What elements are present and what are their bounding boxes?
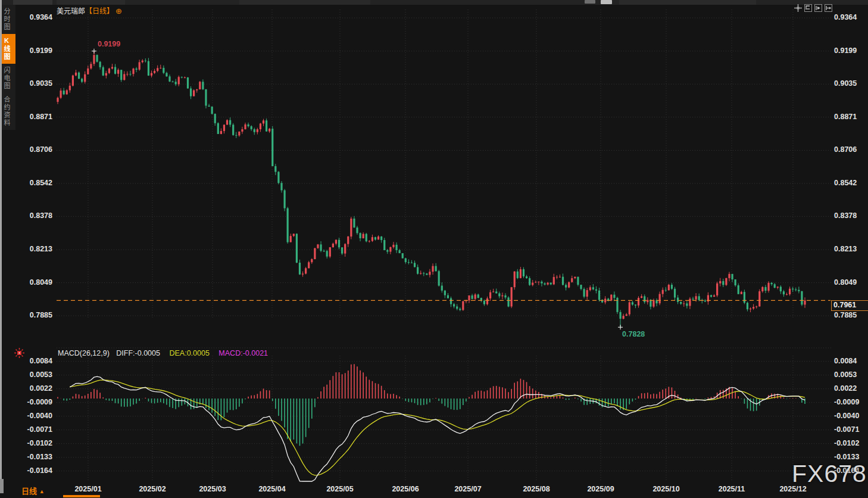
x-axis-label: 2025/09: [587, 485, 614, 493]
x-axis-label: 2025/10: [652, 485, 679, 493]
x-axis-label: 2025/03: [199, 485, 226, 493]
price-axis-label-right: 0.8213: [834, 245, 857, 253]
macd-axis-label-left: -0.0040: [19, 412, 52, 420]
price-axis-label-right: 0.8049: [834, 278, 857, 287]
x-axis-label: 2025/04: [258, 485, 285, 493]
scale-axis-icon[interactable]: [804, 4, 812, 12]
macd-dea-value: DEA:0.0005: [169, 349, 209, 357]
macd-axis-label-left: 0.0053: [19, 371, 52, 379]
macd-macd-value: MACD:-0.0021: [218, 349, 268, 357]
low-price-annotation: 0.7828: [622, 330, 645, 338]
price-axis-label-left: 0.8378: [19, 211, 52, 220]
chevron-up-icon: ▲: [39, 488, 45, 494]
macd-axis-label-left: -0.0071: [19, 425, 52, 434]
price-axis-label-right: 0.8871: [834, 113, 857, 121]
price-axis-label-left: 0.8049: [19, 278, 52, 287]
macd-axis-label-right: -0.0102: [834, 439, 859, 447]
macd-axis-label-left: 0.0022: [19, 384, 52, 393]
x-axis-label: 2025/07: [454, 485, 481, 493]
macd-axis-label-left: -0.0009: [19, 398, 52, 406]
macd-name: MACD(26,12,9): [58, 349, 110, 357]
fx678-watermark: FX678: [792, 460, 867, 488]
macd-axis-label-left: -0.0164: [19, 466, 52, 475]
x-axis-label: 2025/08: [523, 485, 549, 493]
price-axis-label-left: 0.8871: [19, 113, 52, 121]
indicator-alert-icon[interactable]: [14, 348, 24, 360]
period-selector[interactable]: 日线 ▲: [21, 485, 45, 496]
price-axis-label-right: 0.8378: [834, 211, 857, 220]
price-axis-label-left: 0.8706: [19, 145, 52, 154]
period-selector-label: 日线: [21, 487, 37, 496]
horizontal-scrollbar-thumb[interactable]: [63, 495, 100, 497]
price-axis-label-right: 0.7885: [834, 311, 857, 319]
x-axis-label: 2025/01: [74, 485, 101, 493]
macd-diff-value: DIFF:-0.0005: [116, 349, 160, 357]
macd-axis-label-right: 0.0053: [834, 371, 857, 379]
price-axis-label-right: 0.9364: [834, 13, 857, 21]
price-axis-label-left: 0.8542: [19, 179, 52, 187]
chart-toolbar: [794, 4, 832, 12]
symbol-name: 美元瑞郎: [57, 7, 85, 15]
price-axis-label-left: 0.9364: [19, 13, 52, 21]
price-axis-label-left: 0.7885: [19, 311, 52, 319]
period-tag: 【日线】: [85, 7, 114, 15]
x-axis-label: 2025/05: [326, 485, 353, 493]
x-axis-label: 2025/02: [139, 485, 166, 493]
macd-axis-label-left: -0.0133: [19, 453, 52, 461]
last-price-tag: 0.7961: [831, 300, 868, 311]
macd-axis-label-right: -0.0071: [834, 425, 859, 434]
macd-indicator-header: MACD(26,12,9) DIFF:-0.0005 DEA:0.0005 MA…: [58, 349, 268, 357]
zoom-area-icon[interactable]: [814, 4, 822, 12]
price-axis-label-right: 0.8542: [834, 179, 857, 187]
macd-axis-label-right: 0.0084: [834, 357, 857, 365]
price-axis-label-left: 0.9035: [19, 79, 52, 88]
x-axis-label: 2025/06: [392, 485, 419, 493]
crosshair-circle-icon[interactable]: ⊕: [115, 7, 122, 15]
candlestick-chart-canvas[interactable]: [0, 0, 868, 498]
macd-axis-label-left: -0.0102: [19, 439, 52, 447]
price-axis-label-right: 0.9199: [834, 46, 857, 55]
price-axis-label-left: 0.9199: [19, 46, 52, 55]
pan-right-icon[interactable]: [824, 4, 832, 12]
chart-title: 美元瑞郎【日线】⊕: [57, 5, 122, 15]
price-axis-label-right: 0.9035: [834, 79, 857, 88]
price-axis-label-left: 0.8213: [19, 245, 52, 253]
high-price-annotation: 0.9199: [98, 40, 120, 48]
x-axis-label: 2025/11: [719, 485, 745, 493]
price-axis-label-right: 0.8706: [834, 145, 857, 154]
macd-axis-label-right: -0.0009: [834, 398, 859, 406]
macd-axis-label-right: -0.0040: [834, 412, 859, 420]
move-crosshair-icon[interactable]: [794, 4, 802, 12]
macd-axis-label-right: 0.0022: [834, 384, 857, 393]
